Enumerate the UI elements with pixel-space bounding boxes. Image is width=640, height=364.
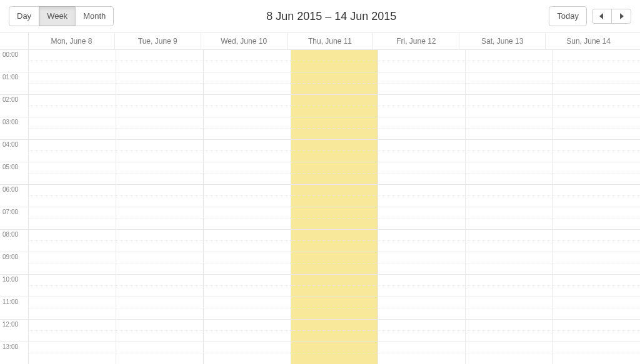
time-slot[interactable] [204,230,291,241]
time-slot[interactable] [466,185,552,196]
time-slot[interactable] [116,308,203,320]
time-slot[interactable] [291,353,378,364]
time-slot[interactable] [204,174,291,185]
time-slot[interactable] [204,308,291,320]
time-slot[interactable] [466,50,552,61]
time-slot[interactable] [29,331,116,342]
time-slot[interactable] [204,286,291,297]
time-slot[interactable] [466,61,552,72]
time-slot[interactable] [29,252,116,263]
time-slot[interactable] [204,162,291,174]
time-slot[interactable] [466,353,552,364]
time-slot[interactable] [466,230,552,241]
time-slot[interactable] [553,106,640,117]
time-slot[interactable] [29,219,116,230]
time-slot[interactable] [291,151,378,162]
time-slot[interactable] [291,140,378,151]
time-slot[interactable] [466,297,552,308]
time-slot[interactable] [378,84,465,95]
time-slot[interactable] [291,342,378,353]
time-slot[interactable] [466,140,552,151]
time-slot[interactable] [378,320,465,331]
time-slot[interactable] [291,308,378,320]
time-slot[interactable] [204,50,291,61]
time-slot[interactable] [553,129,640,140]
time-slot[interactable] [378,72,465,84]
time-slot[interactable] [378,50,465,61]
grid-scroll-area[interactable]: 00:0001:0002:0003:0004:0005:0006:0007:00… [0,50,640,364]
time-slot[interactable] [29,129,116,140]
time-slot[interactable] [116,353,203,364]
time-slot[interactable] [116,61,203,72]
time-slot[interactable] [204,297,291,308]
time-slot[interactable] [29,61,116,72]
time-slot[interactable] [204,84,291,95]
day-column[interactable] [553,50,640,364]
time-slot[interactable] [116,151,203,162]
day-header[interactable]: Tue, June 9 [115,33,201,49]
time-slot[interactable] [378,151,465,162]
time-slot[interactable] [29,263,116,275]
time-slot[interactable] [378,241,465,252]
time-slot[interactable] [204,241,291,252]
time-slot[interactable] [466,196,552,207]
time-slot[interactable] [291,95,378,106]
time-slot[interactable] [29,50,116,61]
time-slot[interactable] [116,252,203,263]
time-slot[interactable] [291,320,378,331]
time-slot[interactable] [466,106,552,117]
time-slot[interactable] [378,342,465,353]
time-slot[interactable] [29,174,116,185]
time-slot[interactable] [29,207,116,219]
time-slot[interactable] [29,320,116,331]
time-slot[interactable] [553,263,640,275]
time-slot[interactable] [116,72,203,84]
time-slot[interactable] [466,219,552,230]
time-slot[interactable] [291,50,378,61]
time-slot[interactable] [116,50,203,61]
time-slot[interactable] [204,185,291,196]
time-slot[interactable] [291,106,378,117]
today-button[interactable]: Today [549,6,587,26]
time-slot[interactable] [291,219,378,230]
time-slot[interactable] [116,84,203,95]
time-slot[interactable] [116,185,203,196]
time-slot[interactable] [378,174,465,185]
time-slot[interactable] [291,117,378,129]
time-slot[interactable] [466,117,552,129]
time-slot[interactable] [378,129,465,140]
time-slot[interactable] [466,207,552,219]
next-button[interactable] [611,9,631,24]
time-slot[interactable] [553,252,640,263]
time-slot[interactable] [466,252,552,263]
time-slot[interactable] [291,286,378,297]
time-slot[interactable] [204,275,291,286]
time-slot[interactable] [116,196,203,207]
time-slot[interactable] [291,241,378,252]
time-slot[interactable] [553,196,640,207]
day-column[interactable] [291,50,379,364]
time-slot[interactable] [553,95,640,106]
time-slot[interactable] [204,331,291,342]
time-slot[interactable] [29,185,116,196]
time-slot[interactable] [378,196,465,207]
time-slot[interactable] [116,106,203,117]
time-slot[interactable] [204,342,291,353]
time-slot[interactable] [466,95,552,106]
time-slot[interactable] [553,117,640,129]
time-slot[interactable] [116,286,203,297]
time-slot[interactable] [204,151,291,162]
time-slot[interactable] [378,252,465,263]
time-slot[interactable] [553,286,640,297]
time-slot[interactable] [378,140,465,151]
month-view-button[interactable]: Month [75,6,114,26]
time-slot[interactable] [553,174,640,185]
day-view-button[interactable]: Day [9,6,39,26]
time-slot[interactable] [553,241,640,252]
day-header[interactable]: Sat, June 13 [459,33,546,49]
time-slot[interactable] [29,241,116,252]
time-slot[interactable] [204,263,291,275]
time-slot[interactable] [29,162,116,174]
time-slot[interactable] [466,174,552,185]
time-slot[interactable] [29,140,116,151]
